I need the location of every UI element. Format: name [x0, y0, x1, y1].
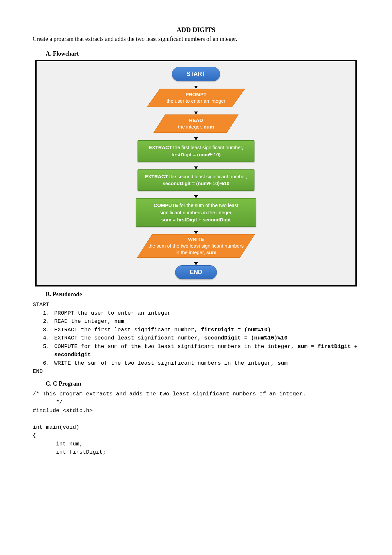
flow-compute-c: sum = firstDigit + secondDigit: [161, 217, 231, 222]
pseudocode-block: START PROMPT the user to enter an intege…: [33, 301, 359, 376]
flow-arrow: [194, 81, 198, 89]
section-heading-flowchart: A. Flowchart: [46, 50, 359, 57]
flow-extract-first: EXTRACT the first least significant numb…: [138, 140, 254, 162]
flow-arrow: [194, 258, 198, 265]
pseudo-line-6: WRITE the sum of the two least significa…: [53, 359, 359, 368]
flow-prompt: PROMPT the user to enter an integer: [147, 89, 245, 107]
pseudo-end: END: [33, 367, 359, 376]
flow-read: READ the integer, num: [154, 114, 238, 133]
flow-extract2-b: the second least significant number,: [168, 174, 247, 179]
pseudo-line-5: COMPUTE for the sum of the two least sig…: [53, 342, 359, 359]
pseudo-line-3: EXTRACT the first least significant numb…: [53, 326, 359, 334]
flow-read-head: READ: [189, 117, 203, 123]
flow-start: START: [172, 67, 220, 81]
flow-arrow: [194, 107, 198, 114]
flow-arrow: [194, 133, 198, 140]
flow-prompt-body: the user to enter an integer: [167, 98, 225, 104]
flow-compute-a: COMPUTE: [154, 202, 178, 208]
flow-read-body-b: num: [204, 124, 214, 130]
flowchart: START PROMPT the user to enter an intege…: [40, 67, 352, 279]
page-title: ADD DIGITS: [33, 26, 359, 34]
flow-arrow: [194, 191, 198, 198]
pseudo-line-1: PROMPT the user to enter an integer: [53, 309, 359, 318]
flow-write-head: WRITE: [188, 236, 204, 242]
flow-write-body-b: sum: [206, 250, 217, 255]
flow-extract1-b: the first least significant number,: [172, 145, 243, 150]
pseudo-line-2: READ the integer, num: [53, 317, 359, 326]
flow-extract2-c: secondDigit = (num%10)%10: [163, 181, 230, 186]
flow-end: END: [175, 265, 217, 279]
flowchart-container: START PROMPT the user to enter an intege…: [35, 60, 357, 286]
flow-prompt-head: PROMPT: [186, 92, 206, 97]
flow-extract1-c: firstDigit = (num%10): [172, 152, 220, 157]
flow-extract1-a: EXTRACT: [149, 145, 172, 150]
pseudo-line-4: EXTRACT the second least significant num…: [53, 334, 359, 342]
flow-extract-second: EXTRACT the second least significant num…: [138, 169, 254, 191]
flow-compute: COMPUTE for the sum of the two least sig…: [136, 198, 256, 227]
flow-arrow: [194, 162, 198, 169]
c-program-code: /* This program extracts and adds the tw…: [33, 390, 359, 457]
flow-arrow: [194, 227, 198, 234]
flow-write-body-a: the sum of the two least significant num…: [148, 243, 244, 255]
pseudo-start: START: [33, 301, 359, 309]
page-description: Create a program that extracts and adds …: [33, 36, 359, 43]
flow-read-body-a: the integer,: [178, 124, 204, 130]
section-heading-cprogram: C. C Program: [46, 380, 359, 387]
section-heading-pseudocode: B. Pseudocode: [46, 291, 359, 298]
flow-extract2-a: EXTRACT: [145, 174, 168, 179]
flow-write: WRITE the sum of the two least significa…: [137, 234, 255, 258]
